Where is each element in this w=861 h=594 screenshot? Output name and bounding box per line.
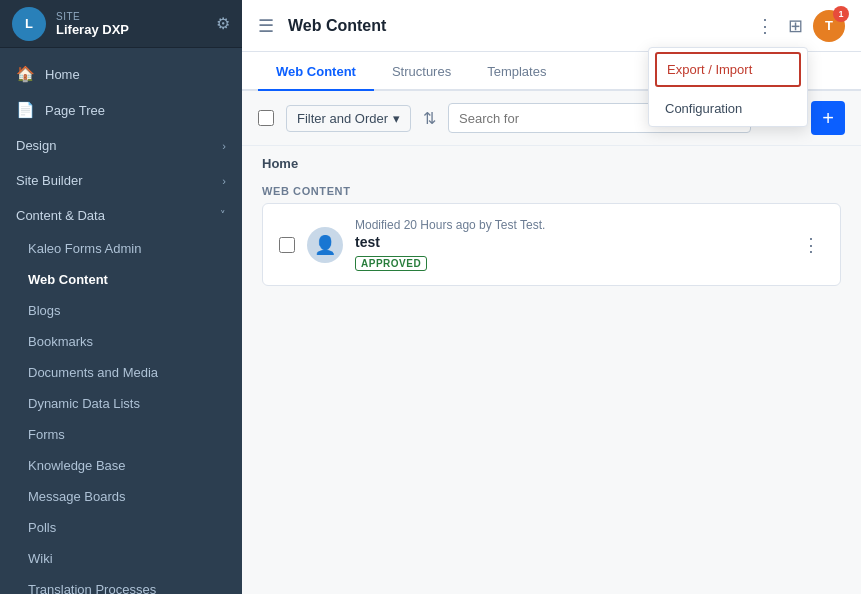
content-data-subitems: Kaleo Forms Admin Web Content Blogs Book…: [0, 233, 242, 594]
add-button[interactable]: +: [811, 101, 845, 135]
site-builder-chevron-icon: ›: [222, 175, 226, 187]
sidebar-header: L SITE Liferay DXP ⚙: [0, 0, 242, 48]
card-title[interactable]: test: [355, 234, 786, 250]
status-badge: APPROVED: [355, 256, 427, 271]
section-header: WEB CONTENT: [262, 175, 841, 203]
grid-icon: ⊞: [788, 15, 803, 37]
sidebar-section-content-data[interactable]: Content & Data ˅: [0, 198, 242, 233]
design-chevron-icon: ›: [222, 140, 226, 152]
card-menu-button[interactable]: ⋮: [798, 230, 824, 260]
sidebar-item-home-label: Home: [45, 67, 80, 82]
card-dots-icon: ⋮: [802, 235, 820, 255]
export-import-item[interactable]: Export / Import: [655, 52, 801, 87]
sort-icon: ⇅: [423, 110, 436, 127]
grid-apps-button[interactable]: ⊞: [784, 11, 807, 41]
filter-order-button[interactable]: Filter and Order ▾: [286, 105, 411, 132]
vertical-dots-icon: ⋮: [756, 15, 774, 37]
sidebar-item-page-tree-label: Page Tree: [45, 103, 105, 118]
sort-button[interactable]: ⇅: [419, 105, 440, 132]
design-label: Design: [16, 138, 56, 153]
sidebar-item-blogs[interactable]: Blogs: [0, 295, 242, 326]
page-tree-icon: 📄: [16, 101, 35, 119]
main-content: ☰ Web Content ⋮ Export / Import Configur…: [242, 0, 861, 594]
avatar: 👤: [307, 227, 343, 263]
topbar: ☰ Web Content ⋮ Export / Import Configur…: [242, 0, 861, 52]
page-title: Web Content: [288, 17, 386, 35]
sidebar-section-site-builder[interactable]: Site Builder ›: [0, 163, 242, 198]
configuration-item[interactable]: Configuration: [649, 91, 807, 126]
sidebar-item-home[interactable]: 🏠 Home: [0, 56, 242, 92]
filter-chevron-icon: ▾: [393, 111, 400, 126]
sidebar-item-forms[interactable]: Forms: [0, 419, 242, 450]
sidebar-nav: 🏠 Home 📄 Page Tree Design › Site Builder…: [0, 48, 242, 594]
dropdown-menu: Export / Import Configuration: [648, 47, 808, 127]
tab-web-content[interactable]: Web Content: [258, 52, 374, 91]
content-area: WEB CONTENT 👤 Modified 20 Hours ago by T…: [242, 175, 861, 594]
filter-label: Filter and Order: [297, 111, 388, 126]
card-meta: Modified 20 Hours ago by Test Test.: [355, 218, 786, 232]
sidebar-section-design[interactable]: Design ›: [0, 128, 242, 163]
topbar-actions: ⋮ Export / Import Configuration ⊞ T 1: [752, 10, 845, 42]
breadcrumb: Home: [242, 146, 861, 175]
tab-structures[interactable]: Structures: [374, 52, 469, 91]
site-builder-label: Site Builder: [16, 173, 82, 188]
sidebar-item-message-boards[interactable]: Message Boards: [0, 481, 242, 512]
site-info: SITE Liferay DXP: [56, 11, 206, 37]
sidebar-item-web-content[interactable]: Web Content: [0, 264, 242, 295]
export-import-dropdown[interactable]: ⋮ Export / Import Configuration: [752, 11, 778, 41]
sidebar-item-translation-processes[interactable]: Translation Processes: [0, 574, 242, 594]
sidebar-item-kaleo-forms-admin[interactable]: Kaleo Forms Admin: [0, 233, 242, 264]
notification-badge: 1: [833, 6, 849, 22]
site-label: SITE: [56, 11, 206, 22]
sidebar-item-knowledge-base[interactable]: Knowledge Base: [0, 450, 242, 481]
sidebar-item-dynamic-data-lists[interactable]: Dynamic Data Lists: [0, 388, 242, 419]
home-icon: 🏠: [16, 65, 35, 83]
add-icon: +: [822, 107, 834, 130]
tab-templates[interactable]: Templates: [469, 52, 564, 91]
breadcrumb-text: Home: [262, 156, 298, 171]
card-info: Modified 20 Hours ago by Test Test. test…: [355, 218, 786, 271]
sidebar-item-polls[interactable]: Polls: [0, 512, 242, 543]
table-row: 👤 Modified 20 Hours ago by Test Test. te…: [262, 203, 841, 286]
site-logo: L: [12, 7, 46, 41]
sidebar: L SITE Liferay DXP ⚙ 🏠 Home 📄 Page Tree …: [0, 0, 242, 594]
content-data-label: Content & Data: [16, 208, 105, 223]
sidebar-item-page-tree[interactable]: 📄 Page Tree: [0, 92, 242, 128]
content-data-chevron-icon: ˅: [220, 209, 226, 222]
settings-icon[interactable]: ⚙: [216, 14, 230, 33]
sidebar-item-documents-and-media[interactable]: Documents and Media: [0, 357, 242, 388]
user-icon: 👤: [314, 234, 336, 256]
user-avatar-container: T 1: [813, 10, 845, 42]
more-options-button[interactable]: ⋮: [752, 11, 778, 41]
row-checkbox[interactable]: [279, 237, 295, 253]
sidebar-toggle-icon[interactable]: ☰: [258, 15, 274, 37]
site-name: Liferay DXP: [56, 22, 206, 37]
sidebar-item-bookmarks[interactable]: Bookmarks: [0, 326, 242, 357]
select-all-checkbox[interactable]: [258, 110, 274, 126]
sidebar-item-wiki[interactable]: Wiki: [0, 543, 242, 574]
